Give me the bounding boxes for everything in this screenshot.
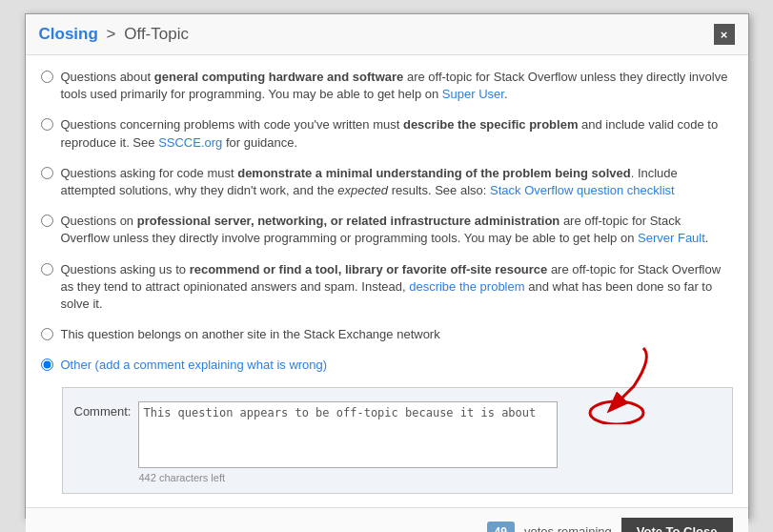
option-1-label[interactable]: Questions about general computing hardwa… — [61, 69, 733, 103]
comment-section: Comment: 442 characters left — [62, 387, 733, 494]
option-3-radio[interactable] — [41, 167, 53, 179]
option-6-label[interactable]: This question belongs on another site in… — [61, 326, 440, 343]
comment-textarea[interactable] — [138, 401, 558, 468]
sscce-link[interactable]: SSCCE.org — [158, 135, 222, 150]
comment-label: Comment: — [74, 401, 132, 419]
section-name: Off-Topic — [124, 25, 189, 43]
option-6-radio[interactable] — [41, 328, 53, 340]
option-5-label[interactable]: Questions asking us to recommend or find… — [61, 261, 733, 314]
dialog: Closing > Off-Topic × Questions about ge… — [25, 13, 749, 519]
option-4: Questions on professional server, networ… — [41, 213, 733, 247]
option-7: Other (add a comment explaining what is … — [41, 357, 733, 374]
option-5: Questions asking us to recommend or find… — [41, 261, 733, 314]
option-7-label[interactable]: Other (add a comment explaining what is … — [61, 357, 328, 374]
breadcrumb-separator: > — [107, 25, 116, 43]
option-4-radio[interactable] — [41, 215, 53, 227]
chars-left: 442 characters left — [139, 472, 721, 483]
option-7-radio[interactable] — [41, 358, 53, 371]
option-2: Questions concerning problems with code … — [41, 116, 733, 151]
describe-problem-link[interactable]: describe the problem — [409, 279, 524, 294]
votes-remaining-label: votes remaining — [524, 524, 612, 532]
option-4-label[interactable]: Questions on professional server, networ… — [61, 213, 733, 247]
dialog-body: Questions about general computing hardwa… — [26, 55, 748, 507]
super-user-link[interactable]: Super User — [442, 87, 504, 101]
option-2-label[interactable]: Questions concerning problems with code … — [61, 116, 733, 151]
dialog-title: Closing > Off-Topic — [39, 25, 189, 44]
close-button[interactable]: × — [714, 24, 735, 45]
option-3-label[interactable]: Questions asking for code must demonstra… — [61, 165, 733, 199]
option-5-radio[interactable] — [41, 263, 53, 276]
comment-row: Comment: — [74, 401, 721, 468]
server-fault-link[interactable]: Server Fault — [638, 231, 705, 245]
option-1: Questions about general computing hardwa… — [41, 69, 733, 103]
so-checklist-link[interactable]: Stack Overflow question checklist — [490, 183, 675, 197]
dialog-header: Closing > Off-Topic × — [26, 14, 748, 55]
votes-count-badge: 49 — [487, 522, 515, 532]
option-3: Questions asking for code must demonstra… — [41, 165, 733, 199]
closing-link[interactable]: Closing — [39, 25, 98, 43]
option-1-radio[interactable] — [41, 71, 53, 83]
vote-to-close-button[interactable]: Vote To Close — [621, 518, 733, 532]
dialog-footer: 49 votes remaining Vote To Close — [26, 507, 748, 532]
option-6: This question belongs on another site in… — [41, 326, 733, 343]
option-2-radio[interactable] — [41, 118, 53, 131]
